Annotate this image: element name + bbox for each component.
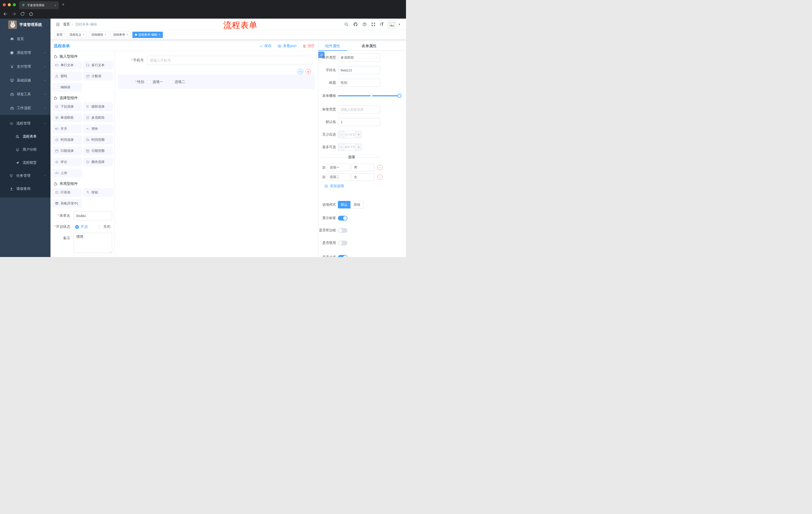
help-icon[interactable] [362,22,367,27]
palette-item-button[interactable]: 按钮 [83,188,113,197]
avatar-caret-icon[interactable]: ▼ [398,23,401,26]
stepper-minus-button[interactable]: − [338,131,344,138]
tag-close-icon[interactable]: × [83,33,84,36]
fullscreen-icon[interactable] [371,22,376,27]
min-select-placeholder[interactable]: 至少应选 [344,131,355,138]
tag-close-icon[interactable]: × [158,33,160,36]
palette-item-radio-group[interactable]: 单选框组 [52,113,82,122]
tab-component-props[interactable]: 组件属性 [318,41,347,51]
view-json-button[interactable]: 查看json [278,44,296,48]
palette-item-single-text[interactable]: 单行文本 [52,61,82,70]
sidebar-item-process-model[interactable]: 流程模型 [0,156,51,169]
home-icon[interactable] [29,11,33,16]
component-type-select[interactable]: 多选框组 [338,54,380,62]
tag-close-icon[interactable]: × [105,33,106,36]
palette-item-password[interactable]: 密码 [52,72,82,80]
palette-item-slider[interactable]: 滑块 [83,125,113,133]
palette-item-rate[interactable]: 评分 [52,158,82,166]
tab-close-icon[interactable]: × [54,3,56,7]
gender-option1-label[interactable]: 选项一 [152,80,163,84]
palette-item-date-picker[interactable]: 日期选择 [52,146,82,155]
option2-value-input[interactable] [351,173,374,181]
form-grid-slider[interactable] [338,92,402,100]
option2-label-input[interactable] [327,173,350,181]
sidebar-item-infra[interactable]: 基础设施 [0,74,51,87]
status-closed-radio[interactable] [98,225,102,229]
required-toggle[interactable] [338,255,347,257]
sidebar-item-workflow[interactable]: 工作流程 [0,101,51,115]
palette-item-table[interactable]: 表格[开发中] [52,199,82,208]
status-closed-label[interactable]: 关闭 [103,224,110,229]
sidebar-item-payment[interactable]: 支付管理 [0,60,51,74]
tag-home[interactable]: 首页 [54,32,65,38]
window-close-button[interactable] [3,3,6,6]
field-name-input[interactable] [338,66,380,74]
slider-track[interactable] [338,95,402,96]
title-input[interactable] [338,79,380,87]
window-zoom-button[interactable] [13,3,16,6]
tag-process-definition[interactable]: 流程定义× [67,32,87,38]
palette-item-cascader[interactable]: 级联选择 [83,102,113,111]
label-width-input[interactable] [338,105,380,113]
copy-component-button[interactable] [298,69,303,75]
window-minimize-button[interactable] [8,3,11,6]
drag-handle-icon[interactable] [322,175,326,179]
tab-form-props[interactable]: 表单属性 [354,41,384,51]
sidebar-item-process-form[interactable]: 流程表单 [0,130,51,143]
tag-process-form-edit[interactable]: 流程表单-编辑× [133,32,163,38]
form-remark-textarea[interactable]: 嘿嘿 [74,233,112,253]
back-icon[interactable] [3,11,8,16]
new-tab-button[interactable]: + [62,2,64,7]
sidebar-item-process-mgmt[interactable]: 流程管理 [0,117,51,130]
show-label-toggle[interactable] [338,216,347,220]
search-icon[interactable] [344,22,349,27]
gender-option2-checkbox[interactable] [169,80,173,84]
clear-button[interactable]: 清空 [302,44,315,48]
add-option-button[interactable]: 添加选项 [324,183,344,189]
collapse-sidebar-icon[interactable] [56,22,60,27]
sidebar-logo[interactable]: 芋道管理系统 [0,19,51,31]
stepper-plus-button[interactable]: + [355,143,361,151]
palette-item-counter[interactable]: 123计数器 [83,72,113,80]
option1-value-input[interactable] [351,164,374,171]
palette-item-time-picker[interactable]: 时间选择 [52,136,82,144]
style-button-button[interactable]: 按钮 [350,201,364,209]
forward-icon[interactable] [11,11,16,16]
palette-item-switch[interactable]: 开关 [52,125,82,133]
remove-option-button[interactable] [377,174,382,180]
sidebar-item-leave-query[interactable]: 请假查询 [0,182,51,195]
slider-handle[interactable] [398,94,402,98]
breadcrumb-home[interactable]: 首页 [63,22,70,27]
status-open-label[interactable]: 开启 [81,224,88,229]
github-icon[interactable] [353,22,358,27]
palette-item-editor[interactable]: 编辑器 [52,83,82,91]
palette-item-date-range[interactable]: 日期范围 [83,146,113,155]
border-toggle[interactable] [338,228,347,233]
stepper-minus-button[interactable]: − [338,143,344,151]
drag-handle-icon[interactable] [322,165,326,169]
tag-close-icon[interactable]: × [126,33,128,36]
sidebar-item-home[interactable]: 首页 [0,32,51,46]
palette-item-checkbox-group[interactable]: 多选框组 [83,113,113,122]
stepper-plus-button[interactable]: + [355,131,361,138]
sidebar-item-user-group[interactable]: 用户分组 [0,143,51,156]
sidebar-item-devtools[interactable]: 研发工具 [0,87,51,101]
remove-option-button[interactable] [377,165,382,170]
gender-option1-checkbox[interactable] [147,80,150,84]
reload-icon[interactable] [20,11,25,16]
tag-process-model[interactable]: 流程模型× [89,32,109,38]
status-open-radio[interactable] [75,225,79,229]
sidebar-item-system[interactable]: 系统管理 [0,46,51,60]
tag-process-form[interactable]: 流程表单× [111,32,130,38]
sidebar-item-task-mgmt[interactable]: 任务管理 [0,169,51,182]
palette-item-multi-text[interactable]: 多行文本 [83,61,113,70]
save-button[interactable]: 保存 [259,44,271,48]
palette-item-color-picker[interactable]: 颜色选择 [83,158,113,166]
gender-field-selected[interactable]: *性别 选项一 选项二 [118,75,315,89]
phone-field-row[interactable]: *手机号 [115,56,318,65]
disabled-toggle[interactable] [338,241,347,245]
default-value-input[interactable] [338,118,380,126]
delete-component-button[interactable] [306,69,311,75]
user-avatar[interactable] [388,20,396,29]
phone-input[interactable] [147,56,313,65]
